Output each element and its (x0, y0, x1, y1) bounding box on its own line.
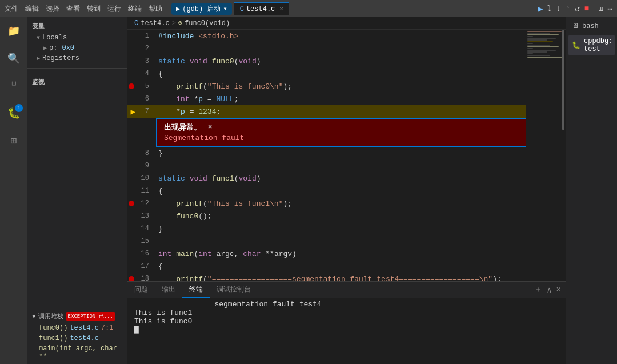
menu-goto[interactable]: 转到 (87, 4, 101, 14)
code-text-5: printf("This is func0\n"); (156, 82, 292, 91)
code-line-12: 12 printf("This is func1\n"); (127, 197, 566, 210)
line-num-6: 6 (138, 95, 149, 103)
gutter-11: 11 (127, 187, 156, 195)
watch-header[interactable]: 监视 (27, 75, 127, 89)
panel-tab-output[interactable]: 输出 (155, 282, 182, 298)
line-num-1: 1 (138, 32, 149, 40)
debug-launch-button[interactable]: ▶ (gdb) 启动 ▾ (171, 3, 232, 15)
line-num-12: 12 (138, 199, 149, 207)
exception-container: 出现异常。 × Segmentation fault (127, 118, 566, 147)
callstack-item-1[interactable]: func1() test4.c (27, 333, 127, 343)
activity-debug[interactable]: 🐛 1 (2, 102, 25, 125)
sidebar: 变量 ▼ Locals ▶ p: 0x0 ▶ Registers 监视 ▼ 调用… (27, 17, 127, 364)
exception-close-button[interactable]: × (208, 123, 212, 131)
code-editor[interactable]: 1 #include <stdio.h> 2 3 static vo (127, 30, 566, 281)
minimap (526, 30, 566, 281)
panel-tab-terminal[interactable]: 终端 (182, 282, 210, 298)
menu-terminal[interactable]: 终端 (128, 4, 142, 14)
code-line-10: 10 static void func1(void) (127, 172, 566, 185)
minimap-thumb[interactable] (562, 30, 564, 130)
terminal-line-1: ==================segmentation fault tes… (134, 300, 559, 309)
code-text-7: *p = 1234; (156, 107, 221, 116)
line-num-7: 7 (138, 107, 149, 115)
menu-edit[interactable]: 编辑 (25, 4, 39, 14)
panel-add-icon[interactable]: ＋ (534, 285, 542, 295)
line-num-11: 11 (138, 187, 149, 195)
breadcrumb-func-icon: ⊙ (178, 19, 182, 27)
debug-stop-icon[interactable]: ■ (584, 4, 589, 13)
debug-dropdown-icon[interactable]: ▾ (223, 5, 227, 13)
panel-chevron-up-icon[interactable]: ∧ (547, 285, 551, 295)
more-icon[interactable]: ⋯ (608, 4, 612, 14)
code-text-17: { (156, 262, 163, 271)
variables-header[interactable]: 变量 (27, 19, 127, 33)
p-variable[interactable]: ▶ p: 0x0 (27, 43, 127, 53)
panel-tab-debug-console[interactable]: 调试控制台 (210, 282, 258, 298)
gutter-9: 9 (127, 162, 156, 170)
main-layout: 📁 🔍 ⑂ 🐛 1 ⊞ 变量 ▼ Locals ▶ p: 0x0 ▶ Regis… (0, 17, 617, 364)
line-num-14: 14 (138, 225, 149, 233)
gutter-14: 14 (127, 225, 156, 233)
debug-step-over-icon[interactable]: ⤵ (547, 4, 551, 13)
gutter-6: 6 (127, 95, 156, 103)
code-text-16: int main(int argc, char **argv) (156, 250, 297, 258)
callstack-arrow: ▼ (32, 313, 36, 320)
tab-close-button[interactable]: × (279, 6, 283, 13)
code-line-9: 9 (127, 159, 566, 172)
menu-help[interactable]: 帮助 (149, 4, 162, 14)
titlebar: 文件 编辑 选择 查看 转到 运行 终端 帮助 ▶ (gdb) 启动 ▾ C t… (0, 0, 617, 17)
menu-bar[interactable]: 文件 编辑 选择 查看 转到 运行 终端 帮助 (5, 4, 162, 14)
code-text-4: { (156, 70, 163, 78)
activity-source-control[interactable]: ⑂ (2, 74, 25, 97)
code-text-14: } (156, 225, 163, 233)
activity-explorer[interactable]: 📁 (2, 19, 25, 42)
layout-icon[interactable]: ⊞ (598, 4, 603, 14)
activity-search[interactable]: 🔍 (2, 47, 25, 70)
editor-area: C test4.c > ⊙ func0(void) 1 #include <st… (127, 17, 566, 364)
callstack-item-2[interactable]: main(int argc, char ** (27, 343, 127, 362)
locals-item[interactable]: ▼ Locals (27, 33, 127, 43)
debug-step-into-icon[interactable]: ↓ (556, 4, 560, 13)
line-num-9: 9 (138, 162, 149, 170)
callstack-item-0[interactable]: func0() test4.c 7:1 (27, 323, 127, 333)
code-line-7: ▶ 7 *p = 1234; (127, 105, 566, 118)
breadcrumb: C test4.c > ⊙ func0(void) (127, 17, 566, 30)
debug-continue-icon[interactable]: ▶ (538, 4, 543, 14)
callstack-file-1: test4.c (70, 334, 98, 342)
code-text-3: static void func0(void) (156, 57, 261, 66)
menu-select[interactable]: 选择 (46, 4, 59, 14)
breadcrumb-filename[interactable]: test4.c (141, 19, 169, 27)
callstack-section: ▼ 调用堆栈 EXCEPTION 已... func0() test4.c 7:… (27, 307, 127, 364)
code-line-6: 6 int *p = NULL; (127, 93, 566, 105)
tab-test4c[interactable]: C test4.c × (234, 2, 289, 15)
debug-step-out-icon[interactable]: ↑ (566, 4, 570, 13)
p-arrow: ▶ (43, 45, 47, 51)
callstack-fn-0: func0() (39, 324, 67, 332)
menu-file[interactable]: 文件 (5, 4, 18, 14)
code-line-3: 3 static void func0(void) (127, 55, 566, 67)
code-line-4: 4 { (127, 67, 566, 80)
registers-item[interactable]: ▶ Registers (27, 53, 127, 63)
panel-content[interactable]: ==================segmentation fault tes… (127, 298, 566, 364)
bash-icon: 🖥 (572, 22, 579, 30)
menu-run[interactable]: 运行 (107, 4, 121, 14)
debug-sidebar-bash[interactable]: 🖥 bash (568, 19, 615, 33)
locals-arrow: ▼ (37, 35, 40, 41)
breadcrumb-func[interactable]: func0(void) (185, 19, 230, 27)
breadcrumb-file[interactable]: C (134, 19, 138, 27)
panel-tab-problems[interactable]: 问题 (127, 282, 155, 298)
debug-launch-label: (gdb) 启动 (182, 4, 221, 14)
gutter-2: 2 (127, 45, 156, 53)
exception-overlay: 出现异常。 × Segmentation fault (156, 118, 566, 147)
activity-extensions[interactable]: ⊞ (2, 129, 25, 152)
menu-view[interactable]: 查看 (66, 4, 80, 14)
line-num-2: 2 (138, 45, 149, 53)
activity-bar: 📁 🔍 ⑂ 🐛 1 ⊞ (0, 17, 27, 364)
debug-restart-icon[interactable]: ↺ (575, 4, 579, 14)
line-num-5: 5 (138, 82, 149, 90)
callstack-header[interactable]: ▼ 调用堆栈 EXCEPTION 已... (27, 310, 127, 323)
gutter-13: 13 (127, 212, 156, 220)
panel-close-icon[interactable]: × (556, 285, 561, 294)
terminal-line-3: This is func0 (134, 317, 559, 326)
debug-sidebar-cppdbg[interactable]: 🐛 cppdbg: test (568, 35, 615, 55)
